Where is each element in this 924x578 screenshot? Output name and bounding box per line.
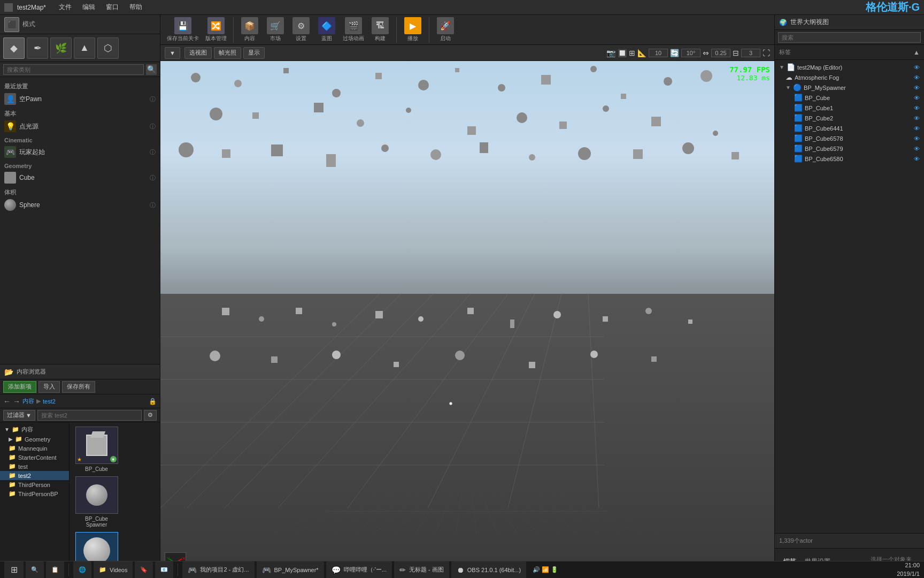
- cb-item-bp-cube[interactable]: ★ ★ BP_Cube: [74, 427, 119, 472]
- toolbar-version[interactable]: 🔀 版本管理: [203, 16, 229, 43]
- asset-search-input[interactable]: [3, 64, 144, 75]
- vp-angle-icon[interactable]: 📐: [637, 49, 646, 57]
- asset-sphere[interactable]: Sphere ⓘ: [0, 197, 160, 212]
- folder-content[interactable]: ▼ 📁 内容: [0, 424, 69, 435]
- cb-search-input[interactable]: [37, 410, 142, 421]
- viewport-lighting-btn[interactable]: 帧光照: [214, 47, 241, 59]
- menu-window[interactable]: 窗口: [104, 2, 121, 13]
- visibility-icon[interactable]: 👁: [914, 105, 920, 111]
- menu-file[interactable]: 文件: [57, 2, 74, 13]
- vp-snap-icon[interactable]: 🔲: [618, 49, 627, 57]
- folder-thirdperson[interactable]: 📁 ThirdPerson: [0, 480, 69, 489]
- asset-empty-pawn[interactable]: 👤 空Pawn ⓘ: [0, 92, 160, 107]
- import-button[interactable]: 导入: [38, 381, 60, 393]
- bp-myspawner-button[interactable]: 🎮 BP_MySpawner*: [257, 561, 324, 579]
- asset-player-start[interactable]: 🎮 玩家起始 ⓘ: [0, 144, 160, 159]
- vp-camera-icon[interactable]: 📷: [606, 49, 615, 57]
- viewport-perspective-btn[interactable]: ▼: [165, 47, 180, 59]
- breadcrumb-test2[interactable]: test2: [43, 398, 56, 405]
- add-new-button[interactable]: 添加新项: [3, 381, 36, 393]
- tree-bp-cube6580[interactable]: 🟦 BP_Cube6580 👁: [775, 154, 924, 164]
- visibility-icon[interactable]: 👁: [914, 74, 920, 81]
- task-view-button[interactable]: 📋: [46, 561, 64, 579]
- save-all-button[interactable]: 保存所有: [62, 381, 95, 393]
- breadcrumb-content[interactable]: 内容: [22, 397, 34, 405]
- visibility-icon[interactable]: 👁: [914, 125, 920, 132]
- tree-bp-cube6578[interactable]: 🟦 BP_Cube6578 👁: [775, 133, 924, 143]
- tree-bp-cube1[interactable]: 🟦 BP_Cube1 👁: [775, 103, 924, 113]
- viewport-3d[interactable]: 77.97 FPS 12.83 ms X Y Z: [160, 61, 774, 578]
- cb-back-button[interactable]: ←: [3, 397, 11, 406]
- tool-foliage[interactable]: 🌿: [50, 37, 72, 59]
- cb-settings-button[interactable]: ⚙: [144, 410, 157, 421]
- tool-landscape[interactable]: ▲: [74, 37, 95, 59]
- vp-grid-icon[interactable]: ⊞: [629, 49, 635, 57]
- tool-mesh[interactable]: ⬡: [97, 37, 119, 59]
- viewport-show-btn[interactable]: 显示: [243, 47, 265, 59]
- visibility-icon[interactable]: 👁: [914, 85, 920, 91]
- folder-test[interactable]: 📁 test: [0, 462, 69, 471]
- tree-bp-cube[interactable]: 🟦 BP_Cube 👁: [775, 93, 924, 103]
- bookmark-button[interactable]: 🔖: [135, 561, 153, 579]
- tree-bp-cube6579[interactable]: 🟦 BP_Cube6579 👁: [775, 143, 924, 154]
- toolbar-settings[interactable]: ⚙ 设置: [289, 16, 313, 43]
- rp-tags-collapse[interactable]: ▲: [913, 49, 920, 56]
- visibility-icon[interactable]: 👁: [914, 115, 920, 121]
- sphere-info[interactable]: ⓘ: [150, 201, 156, 209]
- cb-forward-button[interactable]: →: [13, 397, 20, 406]
- asset-search-button[interactable]: 🔍: [146, 64, 157, 75]
- menu-edit[interactable]: 编辑: [80, 2, 97, 13]
- menu-bar[interactable]: 文件 编辑 窗口 帮助: [57, 2, 144, 13]
- tool-brush[interactable]: ✒: [27, 37, 48, 59]
- visibility-icon[interactable]: 👁: [914, 135, 920, 142]
- tree-bp-myspawner[interactable]: ▼ 🔵 BP_MySpawner 👁: [775, 82, 924, 93]
- obs-button[interactable]: ⏺ OBS 21.0.1 (64bit...): [451, 561, 526, 579]
- cube-info[interactable]: ⓘ: [150, 174, 156, 182]
- visibility-icon[interactable]: 👁: [914, 64, 920, 71]
- cb-item-bp-myspawner[interactable]: ★ BP_MySpawner: [74, 532, 119, 565]
- menu-help[interactable]: 帮助: [127, 2, 144, 13]
- email-button[interactable]: 📧: [155, 561, 173, 579]
- toolbar-cinematics[interactable]: 🎬 过场动画: [341, 16, 366, 43]
- filter-button[interactable]: 过滤器 ▼: [3, 410, 35, 421]
- toolbar-launch[interactable]: 🚀 启动: [434, 16, 457, 43]
- rp-search-input[interactable]: [778, 32, 921, 43]
- player-start-info[interactable]: ⓘ: [150, 148, 156, 156]
- tree-test2map-editor[interactable]: ▼ 📄 test2Map (Editor) 👁: [775, 62, 924, 72]
- tree-atmospheric-fog[interactable]: ☁ Atmospheric Fog 👁: [775, 72, 924, 82]
- vp-scale-icon[interactable]: ⇔: [703, 49, 709, 57]
- files-button[interactable]: 📁 Videos: [94, 561, 133, 579]
- start-button[interactable]: ⊞: [4, 561, 24, 579]
- toolbar-blueprint[interactable]: 🔷 蓝图: [315, 16, 338, 43]
- folder-geometry[interactable]: ▶ 📁 Geometry: [0, 435, 69, 444]
- toolbar-play[interactable]: ▶ 播放: [401, 16, 425, 43]
- toolbar-build[interactable]: 🏗 构建: [368, 16, 392, 43]
- asset-point-light[interactable]: 💡 点光源 ⓘ: [0, 119, 160, 134]
- mode-icon[interactable]: ⬛: [4, 17, 19, 32]
- toolbar-content[interactable]: 📦 内容: [238, 16, 261, 43]
- vp-rotate-icon[interactable]: 🔄: [670, 49, 679, 57]
- paint-button[interactable]: ✏ 无标题 - 画图: [394, 561, 449, 579]
- folder-starter[interactable]: 📁 StarterContent: [0, 453, 69, 462]
- browser-button[interactable]: 🌐: [73, 561, 91, 579]
- asset-cube[interactable]: Cube ⓘ: [0, 170, 160, 185]
- vp-maximize-icon[interactable]: ⛶: [763, 49, 770, 57]
- folder-mannequin[interactable]: 📁 Mannequin: [0, 444, 69, 453]
- viewport-selection-btn[interactable]: 选视图: [184, 47, 212, 59]
- vp-layers-icon[interactable]: ⊟: [733, 49, 739, 57]
- tree-bp-cube6441[interactable]: 🟦 BP_Cube6441 👁: [775, 123, 924, 133]
- visibility-icon[interactable]: 👁: [914, 95, 920, 101]
- point-light-info[interactable]: ⓘ: [150, 123, 156, 131]
- ue4-project-button[interactable]: 🎮 我的项目2 - 虚幻...: [182, 561, 254, 579]
- tool-select[interactable]: ◆: [3, 37, 25, 59]
- visibility-icon[interactable]: 👁: [914, 156, 920, 162]
- tree-bp-cube2[interactable]: 🟦 BP_Cube2 👁: [775, 113, 924, 123]
- search-button[interactable]: 🔍: [26, 561, 44, 579]
- toolbar-market[interactable]: 🛒 市场: [264, 16, 287, 43]
- visibility-icon[interactable]: 👁: [914, 146, 920, 152]
- cb-item-bp-cube-spawner[interactable]: BP_Cube Spawner: [74, 476, 119, 528]
- empty-pawn-info[interactable]: ⓘ: [150, 95, 156, 103]
- toolbar-save[interactable]: 💾 保存当前关卡: [165, 16, 201, 43]
- folder-thirdpersonbp[interactable]: 📁 ThirdPersonBP: [0, 489, 69, 498]
- cb-lock-button[interactable]: 🔒: [149, 398, 157, 405]
